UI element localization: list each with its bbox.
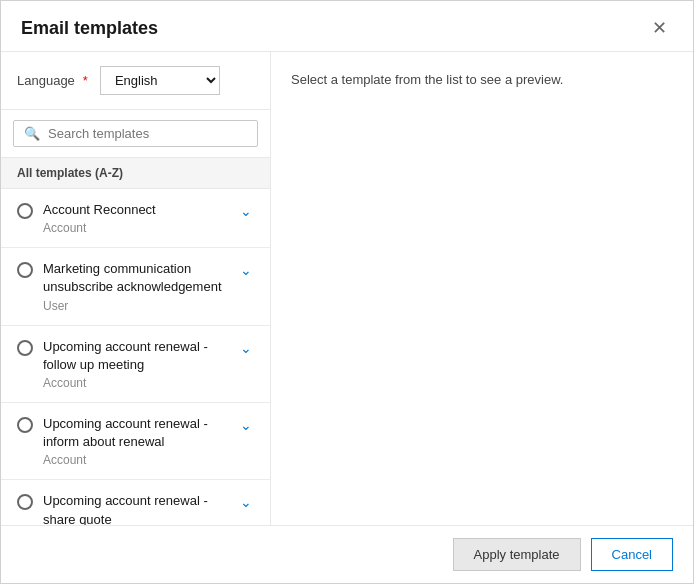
search-container: 🔍 [1,110,270,158]
chevron-down-icon[interactable]: ⌄ [238,340,254,356]
search-box: 🔍 [13,120,258,147]
template-item[interactable]: Upcoming account renewal - follow up mee… [1,326,270,403]
template-radio[interactable] [17,494,33,510]
dialog-header: Email templates ✕ [1,1,693,52]
template-name: Account Reconnect [43,201,228,219]
language-row: Language * English [1,52,270,110]
chevron-down-icon[interactable]: ⌄ [238,262,254,278]
template-name: Marketing communication unsubscribe ackn… [43,260,228,296]
dialog-footer: Apply template Cancel [1,525,693,583]
template-name: Upcoming account renewal - share quote [43,492,228,525]
template-name: Upcoming account renewal - inform about … [43,415,228,451]
template-item[interactable]: Upcoming account renewal - share quote A… [1,480,270,525]
preview-empty-text: Select a template from the list to see a… [291,72,673,87]
required-star: * [83,73,88,88]
template-radio[interactable] [17,262,33,278]
close-button[interactable]: ✕ [646,17,673,39]
template-info: Marketing communication unsubscribe ackn… [43,260,228,312]
template-radio[interactable] [17,417,33,433]
template-radio[interactable] [17,340,33,356]
template-category: User [43,299,228,313]
cancel-button[interactable]: Cancel [591,538,673,571]
language-label: Language [17,73,75,88]
email-templates-dialog: Email templates ✕ Language * English 🔍 A… [0,0,694,584]
left-panel: Language * English 🔍 All templates (A-Z)… [1,52,271,525]
template-item[interactable]: Upcoming account renewal - inform about … [1,403,270,480]
chevron-down-icon[interactable]: ⌄ [238,494,254,510]
dialog-body: Language * English 🔍 All templates (A-Z)… [1,52,693,525]
template-item[interactable]: Marketing communication unsubscribe ackn… [1,248,270,325]
template-item[interactable]: Account Reconnect Account ⌄ [1,189,270,248]
templates-list: Account Reconnect Account ⌄ Marketing co… [1,189,270,525]
template-info: Upcoming account renewal - inform about … [43,415,228,467]
template-category: Account [43,221,228,235]
template-radio[interactable] [17,203,33,219]
template-info: Account Reconnect Account [43,201,228,235]
chevron-down-icon[interactable]: ⌄ [238,417,254,433]
templates-section-header: All templates (A-Z) [1,158,270,189]
template-category: Account [43,453,228,467]
dialog-title: Email templates [21,18,158,39]
template-name: Upcoming account renewal - follow up mee… [43,338,228,374]
chevron-down-icon[interactable]: ⌄ [238,203,254,219]
apply-template-button[interactable]: Apply template [453,538,581,571]
language-select[interactable]: English [100,66,220,95]
template-category: Account [43,376,228,390]
template-info: Upcoming account renewal - follow up mee… [43,338,228,390]
search-input[interactable] [48,126,247,141]
template-info: Upcoming account renewal - share quote A… [43,492,228,525]
search-icon: 🔍 [24,126,40,141]
right-panel: Select a template from the list to see a… [271,52,693,525]
